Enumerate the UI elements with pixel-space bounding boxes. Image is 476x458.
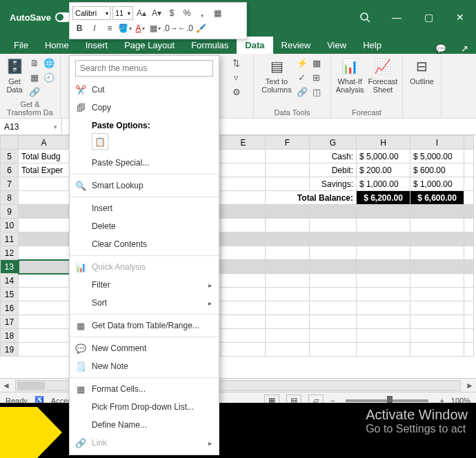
filter-icon[interactable]: ▿ bbox=[230, 71, 243, 83]
search-icon[interactable] bbox=[349, 6, 381, 28]
get-data-icon: 🗄️ bbox=[5, 57, 24, 76]
tab-help[interactable]: Help bbox=[355, 37, 390, 54]
menu-format-cells[interactable]: ▦Format Cells... bbox=[70, 380, 219, 398]
font-size-dropdown[interactable]: 11▾ bbox=[112, 6, 133, 20]
recent-sources-icon[interactable]: 🕘 bbox=[43, 71, 55, 83]
col-header-E[interactable]: E bbox=[221, 136, 266, 150]
tab-review[interactable]: Review bbox=[273, 37, 319, 54]
merge-icon[interactable]: ▦ bbox=[210, 6, 224, 20]
remove-dup-icon[interactable]: ▦ bbox=[310, 57, 323, 69]
italic-icon[interactable]: I bbox=[88, 21, 101, 35]
comments-icon[interactable]: 💬 bbox=[429, 43, 453, 54]
row-header[interactable]: 18 bbox=[1, 329, 19, 343]
row-header[interactable]: 19 bbox=[1, 343, 19, 357]
outline-button[interactable]: ⊟ Outline bbox=[410, 57, 434, 86]
row-header[interactable]: 11 bbox=[1, 232, 19, 246]
maximize-icon[interactable]: ▢ bbox=[413, 6, 444, 28]
row-header[interactable]: 8 bbox=[1, 191, 19, 205]
menu-new-note[interactable]: 🗒️New Note bbox=[70, 357, 219, 375]
borders-icon[interactable]: ▦ bbox=[148, 21, 162, 35]
col-header-H[interactable]: H bbox=[357, 136, 410, 150]
menu-insert[interactable]: Insert bbox=[70, 199, 219, 217]
row-header[interactable]: 10 bbox=[1, 219, 19, 232]
scroll-right-icon[interactable]: ► bbox=[464, 381, 476, 390]
autosave-toggle[interactable]: AutoSave bbox=[10, 12, 72, 23]
align-icon[interactable]: ≡ bbox=[103, 21, 117, 35]
percent-icon[interactable]: % bbox=[180, 6, 194, 20]
svg-line-1 bbox=[367, 19, 370, 22]
flash-fill-icon[interactable]: ⚡ bbox=[296, 57, 308, 69]
row-header[interactable]: 15 bbox=[1, 288, 19, 301]
col-header-I[interactable]: I bbox=[410, 136, 464, 150]
relationships-icon[interactable]: 🔗 bbox=[296, 86, 308, 98]
mini-toolbar: Calibri▾ 11▾ A▴ A▾ $ % , ▦ B I ≡ 🪣 A ▦ .… bbox=[69, 2, 247, 39]
row-header[interactable]: 5 bbox=[1, 150, 19, 163]
advanced-icon[interactable]: ⚙ bbox=[230, 86, 243, 98]
zoom-slider[interactable] bbox=[346, 399, 428, 402]
col-header-F[interactable]: F bbox=[266, 136, 310, 150]
decrease-font-icon[interactable]: A▾ bbox=[150, 6, 163, 20]
font-color-icon[interactable]: A bbox=[133, 21, 147, 35]
get-data-small-icons[interactable]: 🗎 🌐 ▦ 🕘 🔗 bbox=[28, 57, 55, 98]
sort-icon[interactable]: ⇅ bbox=[230, 57, 243, 69]
row-header[interactable]: 12 bbox=[1, 246, 19, 260]
tab-view[interactable]: View bbox=[319, 37, 355, 54]
text-to-columns-icon: ▤ bbox=[267, 57, 286, 76]
row-header[interactable]: 7 bbox=[1, 177, 19, 191]
validation-icon[interactable]: ✓ bbox=[296, 71, 308, 83]
menu-new-comment[interactable]: 💬New Comment bbox=[70, 339, 219, 357]
menu-filter[interactable]: Filter▸ bbox=[70, 276, 219, 294]
data-tools-icons[interactable]: ⚡ ▦ ✓ ⊞ 🔗 ◫ bbox=[296, 57, 323, 98]
share-icon[interactable]: ↗ bbox=[453, 43, 476, 54]
text-to-columns-button[interactable]: ▤ Text to Columns bbox=[261, 57, 291, 94]
group-label-forecast: Forecast bbox=[352, 107, 381, 117]
from-table-icon[interactable]: ▦ bbox=[28, 71, 41, 83]
menu-clear-contents[interactable]: Clear Contents bbox=[70, 235, 219, 253]
menu-smart-lookup[interactable]: 🔍Smart Lookup bbox=[70, 177, 219, 195]
close-icon[interactable]: ✕ bbox=[444, 6, 476, 28]
cut-icon: ✂️ bbox=[75, 85, 86, 95]
menu-define-name[interactable]: Define Name... bbox=[70, 416, 219, 434]
menu-get-data-table[interactable]: ▦Get Data from Table/Range... bbox=[70, 317, 219, 335]
increase-decimal-icon[interactable]: .0→ bbox=[163, 21, 177, 35]
existing-conn-icon[interactable]: 🔗 bbox=[28, 86, 41, 98]
font-name-dropdown[interactable]: Calibri▾ bbox=[72, 6, 111, 20]
forecast-icon: 📈 bbox=[373, 57, 393, 76]
forecast-sheet-button[interactable]: 📈 Forecast Sheet bbox=[368, 57, 398, 94]
menu-cut[interactable]: ✂️Cut bbox=[70, 81, 219, 99]
menu-pick-dropdown[interactable]: Pick From Drop-down List... bbox=[70, 398, 219, 416]
row-header[interactable]: 9 bbox=[1, 205, 19, 219]
row-header[interactable]: 16 bbox=[1, 301, 19, 315]
menu-delete[interactable]: Delete bbox=[70, 217, 219, 235]
menu-copy[interactable]: 🗐Copy bbox=[70, 99, 219, 117]
menu-sort[interactable]: Sort▸ bbox=[70, 294, 219, 312]
row-header[interactable]: 17 bbox=[1, 315, 19, 329]
format-painter-icon[interactable]: 🖌️ bbox=[194, 21, 208, 35]
fill-color-icon[interactable]: 🪣 bbox=[118, 21, 132, 35]
row-header[interactable]: 6 bbox=[1, 163, 19, 177]
tab-file[interactable]: File bbox=[6, 37, 37, 54]
comma-icon[interactable]: , bbox=[195, 6, 209, 20]
col-header-G[interactable]: G bbox=[310, 136, 357, 150]
scroll-left-icon[interactable]: ◄ bbox=[0, 381, 12, 390]
col-header-A[interactable]: A bbox=[19, 136, 70, 150]
menu-search[interactable] bbox=[75, 60, 213, 77]
get-data-button[interactable]: 🗄️ Get Data bbox=[5, 57, 24, 94]
consolidate-icon[interactable]: ⊞ bbox=[310, 71, 323, 83]
paste-option-icon[interactable]: 📋 bbox=[92, 133, 108, 150]
from-web-icon[interactable]: 🌐 bbox=[43, 57, 55, 69]
decrease-decimal-icon[interactable]: ←.0 bbox=[179, 21, 192, 35]
row-header[interactable]: 13 bbox=[1, 260, 19, 274]
from-text-icon[interactable]: 🗎 bbox=[28, 57, 41, 69]
bold-icon[interactable]: B bbox=[72, 21, 86, 35]
name-box[interactable]: A13 bbox=[0, 119, 62, 135]
menu-paste-special[interactable]: Paste Special... bbox=[70, 154, 219, 172]
outline-icon: ⊟ bbox=[412, 57, 431, 76]
increase-font-icon[interactable]: A▴ bbox=[135, 6, 148, 20]
data-model-icon[interactable]: ◫ bbox=[310, 86, 323, 98]
currency-icon[interactable]: $ bbox=[165, 6, 179, 20]
menu-search-input[interactable] bbox=[75, 60, 213, 77]
whatif-button[interactable]: 📊 What-If Analysis bbox=[336, 57, 364, 94]
row-header[interactable]: 14 bbox=[1, 274, 19, 288]
minimize-icon[interactable]: — bbox=[381, 6, 413, 28]
